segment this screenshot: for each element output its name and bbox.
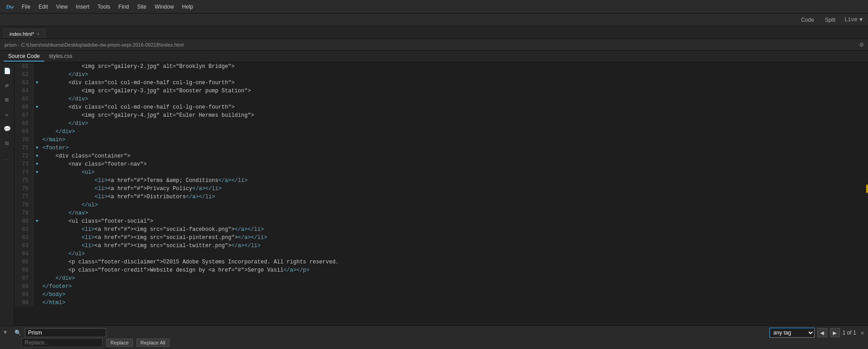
replace-all-button[interactable]: Replace All — [137, 339, 170, 347]
live-btn[interactable]: Live ▼ — [844, 17, 863, 23]
code-lines: 61 <img src="gallery-2.jpg" alt="Brookly… — [14, 62, 868, 307]
menu-site[interactable]: Site — [137, 4, 146, 10]
table-row: 70</main> — [14, 136, 868, 144]
table-row: 76 <li><a href="#">Privacy Policy</a></l… — [14, 185, 868, 193]
table-row: 74▼ <ul> — [14, 168, 868, 177]
dw-logo: Dw — [4, 2, 16, 11]
file-icon[interactable]: 📄 — [2, 66, 12, 76]
table-row: 79 </nav> — [14, 209, 868, 217]
toolbar-right: Code Split Live ▼ — [799, 16, 863, 24]
grid-icon[interactable]: ⊟ — [2, 139, 12, 148]
table-row: 80▼ <ul class="footer-social"> — [14, 217, 868, 225]
find-bar: ▼ 🔍 any tag ◀ ▶ 1 of 1 ✕ ▶ ↩ Replace Rep… — [0, 325, 868, 349]
table-row: 83 <li><a href="#"><img src="social-twit… — [14, 242, 868, 250]
menu-tools[interactable]: Tools — [98, 4, 110, 10]
find-search-icon: 🔍 — [14, 330, 21, 336]
find-row-2: ▶ ↩ Replace Replace All — [4, 338, 864, 347]
file-tab-name: index.html* — [9, 31, 34, 37]
menu-view[interactable]: View — [56, 4, 68, 10]
menu-insert[interactable]: Insert — [76, 4, 90, 10]
find-next-btn[interactable]: ▶ — [830, 328, 840, 337]
menu-window[interactable]: Window — [155, 4, 174, 10]
editor-container: 📄 ⇄ ⊞ ✏ 💬 ⊟ ··· 61 <img src="gallery-2.j… — [0, 62, 868, 325]
table-row: 68 </div> — [14, 120, 868, 128]
brush-icon[interactable]: ✏ — [2, 110, 12, 120]
file-tab-index[interactable]: index.html* × — [4, 29, 45, 38]
replace-button[interactable]: Replace — [106, 339, 132, 347]
table-row: 64 <img src="gallery-3.jpg" alt="Booster… — [14, 87, 868, 95]
filter-icon[interactable]: ⚙ — [860, 41, 863, 48]
table-row: 87 </div> — [14, 274, 868, 282]
find-prev-btn[interactable]: ◀ — [817, 328, 827, 337]
code-btn[interactable]: Code — [799, 16, 816, 24]
find-replace-input[interactable] — [21, 338, 103, 347]
table-row: 84 </ul> — [14, 250, 868, 258]
find-row-1: ▼ 🔍 any tag ◀ ▶ 1 of 1 ✕ — [4, 328, 864, 338]
table-row: 66▼ <div class="col col-md-one-half col-… — [14, 103, 868, 111]
table-row: 88</footer> — [14, 282, 868, 291]
table-row: 61 <img src="gallery-2.jpg" alt="Brookly… — [14, 62, 868, 71]
transfer-icon[interactable]: ⇄ — [2, 81, 12, 91]
table-row: 86 <p class="footer-credit">Website desi… — [14, 266, 868, 274]
menu-help[interactable]: Help — [182, 4, 193, 10]
more-icon[interactable]: ··· — [2, 155, 12, 165]
table-row: 89</body> — [14, 291, 868, 299]
menu-file[interactable]: File — [22, 4, 30, 10]
path-bar: prism - C:\Users\nishkuma\Desktop\adobe-… — [0, 39, 868, 51]
table-row: 81 <li><a href="#"><img src="social-face… — [14, 225, 868, 234]
table-row: 67 <img src="gallery-4.jpg" alt="Euler H… — [14, 111, 868, 120]
table-row: 69 </div> — [14, 128, 868, 136]
file-tabs: index.html* × — [0, 26, 868, 39]
split-btn[interactable]: Split — [823, 16, 837, 24]
code-area[interactable]: 61 <img src="gallery-2.jpg" alt="Brookly… — [14, 62, 868, 325]
table-row: 75 <li><a href="#">Terms &amp; Condition… — [14, 177, 868, 185]
table-row: 77 <li><a href="#">Distributors</a></li> — [14, 193, 868, 201]
menu-edit[interactable]: Edit — [38, 4, 48, 10]
table-row: 62 </div> — [14, 71, 868, 79]
table-row: 82 <li><a href="#"><img src="social-pint… — [14, 234, 868, 242]
find-expand-btn[interactable]: ▼ — [4, 330, 11, 336]
file-tab-close[interactable]: × — [37, 32, 39, 37]
live-dropdown-icon[interactable]: ▼ — [859, 17, 863, 23]
title-bar: Dw File Edit View Insert Tools Find Site… — [0, 0, 868, 14]
find-tag-select-container: any tag ◀ ▶ 1 of 1 ✕ — [769, 328, 864, 338]
table-row: 63▼ <div class="col col-md-one-half col-… — [14, 79, 868, 87]
expand-icon[interactable]: ⊞ — [2, 95, 12, 105]
path-text: prism - C:\Users\nishkuma\Desktop\adobe-… — [5, 42, 184, 48]
table-row: 78 </ul> — [14, 201, 868, 209]
table-row: 85 <p class="footer-disclaimer">©2015 Ad… — [14, 258, 868, 266]
table-row: 65 </div> — [14, 95, 868, 103]
menu-find[interactable]: Find — [118, 4, 129, 10]
sub-tabs: Source Code styles.css — [0, 51, 868, 62]
menu-bar: File Edit View Insert Tools Find Site Wi… — [22, 4, 193, 10]
table-row: 90</html> — [14, 299, 868, 307]
find-tag-select[interactable]: any tag — [769, 328, 815, 338]
chat-icon[interactable]: 💬 — [2, 124, 12, 134]
sub-tab-styles-css[interactable]: styles.css — [44, 52, 77, 62]
table-row: 71▼<footer> — [14, 144, 868, 152]
yellow-marker — [866, 185, 868, 193]
sub-tab-source-code[interactable]: Source Code — [4, 52, 44, 62]
table-row: 72▼ <div class="container"> — [14, 152, 868, 160]
find-close-btn[interactable]: ✕ — [861, 329, 864, 337]
table-row: 73▼ <nav class="footer-nav"> — [14, 160, 868, 168]
find-search-input[interactable] — [25, 328, 106, 337]
toolbar-row: Code Split Live ▼ — [0, 14, 868, 26]
sidebar-icons: 📄 ⇄ ⊞ ✏ 💬 ⊟ ··· — [0, 62, 14, 325]
find-count: 1 of 1 — [843, 330, 856, 336]
